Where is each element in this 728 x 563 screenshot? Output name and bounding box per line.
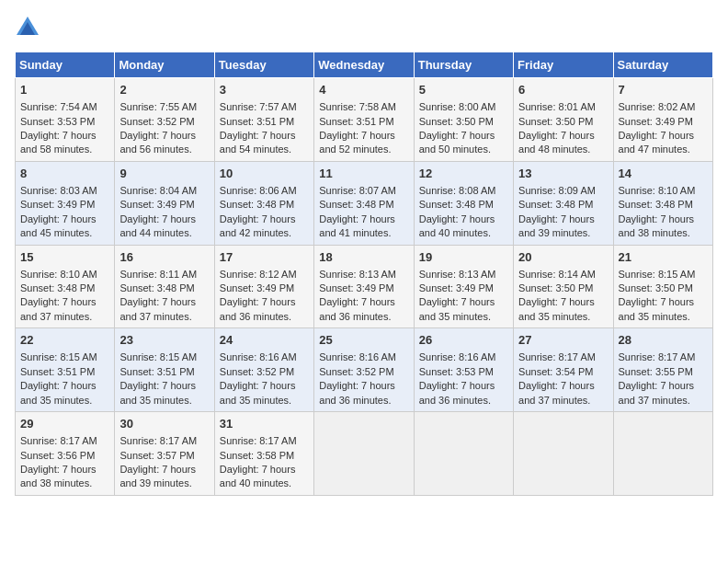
col-sunday: Sunday bbox=[16, 52, 115, 78]
page-header bbox=[15, 15, 713, 40]
sunset-text: Sunset: 3:50 PM bbox=[619, 282, 693, 293]
sunset-text: Sunset: 3:50 PM bbox=[518, 282, 593, 293]
day-number: 24 bbox=[220, 332, 309, 349]
sunset-text: Sunset: 3:48 PM bbox=[619, 199, 693, 210]
sunset-text: Sunset: 3:52 PM bbox=[119, 116, 194, 127]
sunset-text: Sunset: 3:51 PM bbox=[319, 116, 393, 127]
table-row: 13Sunrise: 8:09 AMSunset: 3:48 PMDayligh… bbox=[514, 161, 613, 245]
sunset-text: Sunset: 3:54 PM bbox=[518, 366, 593, 377]
sunrise-text: Sunrise: 8:16 AM bbox=[419, 351, 496, 362]
table-row: 18Sunrise: 8:13 AMSunset: 3:49 PMDayligh… bbox=[314, 245, 414, 328]
day-number: 16 bbox=[119, 249, 209, 266]
table-row: 23Sunrise: 8:15 AMSunset: 3:51 PMDayligh… bbox=[115, 328, 214, 412]
sunset-text: Sunset: 3:49 PM bbox=[220, 282, 294, 293]
calendar-table: Sunday Monday Tuesday Wednesday Thursday… bbox=[15, 52, 713, 496]
day-number: 11 bbox=[319, 166, 408, 182]
table-row: 3Sunrise: 7:57 AMSunset: 3:51 PMDaylight… bbox=[214, 78, 313, 162]
sunset-text: Sunset: 3:49 PM bbox=[619, 116, 693, 127]
table-row: 8Sunrise: 8:03 AMSunset: 3:49 PMDaylight… bbox=[16, 161, 115, 245]
daylight-text: Daylight: 7 hours and 37 minutes. bbox=[20, 296, 97, 321]
daylight-text: Daylight: 7 hours and 35 minutes. bbox=[20, 380, 97, 405]
table-row: 24Sunrise: 8:16 AMSunset: 3:52 PMDayligh… bbox=[214, 328, 313, 412]
table-row: 9Sunrise: 8:04 AMSunset: 3:49 PMDaylight… bbox=[115, 161, 214, 245]
sunset-text: Sunset: 3:52 PM bbox=[220, 366, 294, 377]
sunrise-text: Sunrise: 8:04 AM bbox=[119, 185, 197, 196]
day-number: 21 bbox=[619, 249, 708, 266]
sunset-text: Sunset: 3:49 PM bbox=[419, 282, 494, 293]
table-row: 5Sunrise: 8:00 AMSunset: 3:50 PMDaylight… bbox=[414, 78, 513, 162]
sunrise-text: Sunrise: 8:10 AM bbox=[20, 269, 97, 280]
table-row: 17Sunrise: 8:12 AMSunset: 3:49 PMDayligh… bbox=[214, 245, 313, 328]
daylight-text: Daylight: 7 hours and 56 minutes. bbox=[119, 130, 196, 155]
table-row: 15Sunrise: 8:10 AMSunset: 3:48 PMDayligh… bbox=[16, 245, 115, 328]
day-number: 19 bbox=[419, 249, 508, 266]
sunset-text: Sunset: 3:55 PM bbox=[619, 366, 693, 377]
sunrise-text: Sunrise: 8:12 AM bbox=[220, 269, 297, 280]
daylight-text: Daylight: 7 hours and 35 minutes. bbox=[619, 296, 695, 321]
sunrise-text: Sunrise: 8:10 AM bbox=[619, 185, 696, 196]
sunset-text: Sunset: 3:48 PM bbox=[20, 282, 95, 293]
sunrise-text: Sunrise: 8:13 AM bbox=[419, 269, 496, 280]
sunrise-text: Sunrise: 8:07 AM bbox=[319, 185, 396, 196]
sunset-text: Sunset: 3:48 PM bbox=[319, 199, 393, 210]
daylight-text: Daylight: 7 hours and 36 minutes. bbox=[419, 380, 495, 405]
sunrise-text: Sunrise: 8:16 AM bbox=[319, 351, 396, 362]
sunrise-text: Sunrise: 7:57 AM bbox=[220, 101, 297, 112]
day-number: 1 bbox=[20, 82, 109, 98]
day-number: 29 bbox=[20, 416, 109, 432]
table-row bbox=[514, 412, 613, 496]
sunset-text: Sunset: 3:48 PM bbox=[220, 199, 294, 210]
table-row: 11Sunrise: 8:07 AMSunset: 3:48 PMDayligh… bbox=[314, 161, 414, 245]
sunrise-text: Sunrise: 8:11 AM bbox=[119, 269, 197, 280]
sunrise-text: Sunrise: 8:02 AM bbox=[619, 101, 696, 112]
sunrise-text: Sunrise: 8:03 AM bbox=[20, 185, 97, 196]
day-number: 15 bbox=[20, 249, 109, 266]
day-number: 4 bbox=[319, 82, 408, 98]
sunrise-text: Sunrise: 8:14 AM bbox=[518, 269, 596, 280]
daylight-text: Daylight: 7 hours and 38 minutes. bbox=[20, 464, 97, 488]
table-row bbox=[414, 412, 513, 496]
day-number: 13 bbox=[518, 166, 608, 182]
table-row: 12Sunrise: 8:08 AMSunset: 3:48 PMDayligh… bbox=[414, 161, 513, 245]
col-tuesday: Tuesday bbox=[214, 52, 313, 78]
table-row bbox=[314, 412, 414, 496]
sunrise-text: Sunrise: 7:58 AM bbox=[319, 101, 396, 112]
day-number: 12 bbox=[419, 166, 508, 182]
table-row: 10Sunrise: 8:06 AMSunset: 3:48 PMDayligh… bbox=[214, 161, 313, 245]
sunset-text: Sunset: 3:51 PM bbox=[20, 366, 95, 377]
sunset-text: Sunset: 3:48 PM bbox=[518, 199, 593, 210]
col-thursday: Thursday bbox=[414, 52, 513, 78]
col-friday: Friday bbox=[514, 52, 613, 78]
day-number: 6 bbox=[518, 82, 608, 98]
table-row: 22Sunrise: 8:15 AMSunset: 3:51 PMDayligh… bbox=[16, 328, 115, 412]
table-row: 2Sunrise: 7:55 AMSunset: 3:52 PMDaylight… bbox=[115, 78, 214, 162]
table-row: 27Sunrise: 8:17 AMSunset: 3:54 PMDayligh… bbox=[514, 328, 613, 412]
calendar-week-row: 15Sunrise: 8:10 AMSunset: 3:48 PMDayligh… bbox=[16, 245, 713, 328]
daylight-text: Daylight: 7 hours and 36 minutes. bbox=[220, 296, 296, 321]
daylight-text: Daylight: 7 hours and 41 minutes. bbox=[319, 213, 395, 238]
sunrise-text: Sunrise: 8:17 AM bbox=[220, 435, 297, 446]
day-number: 22 bbox=[20, 332, 109, 349]
daylight-text: Daylight: 7 hours and 45 minutes. bbox=[20, 213, 97, 238]
daylight-text: Daylight: 7 hours and 35 minutes. bbox=[518, 296, 595, 321]
table-row: 16Sunrise: 8:11 AMSunset: 3:48 PMDayligh… bbox=[115, 245, 214, 328]
daylight-text: Daylight: 7 hours and 58 minutes. bbox=[20, 130, 97, 155]
daylight-text: Daylight: 7 hours and 38 minutes. bbox=[619, 213, 695, 238]
sunset-text: Sunset: 3:56 PM bbox=[20, 450, 95, 461]
logo bbox=[15, 15, 44, 40]
col-saturday: Saturday bbox=[613, 52, 712, 78]
day-number: 18 bbox=[319, 249, 408, 266]
sunset-text: Sunset: 3:49 PM bbox=[319, 282, 393, 293]
day-number: 9 bbox=[119, 166, 209, 182]
sunset-text: Sunset: 3:50 PM bbox=[419, 116, 494, 127]
day-number: 27 bbox=[518, 332, 608, 349]
daylight-text: Daylight: 7 hours and 39 minutes. bbox=[119, 464, 196, 488]
sunrise-text: Sunrise: 8:17 AM bbox=[619, 351, 696, 362]
calendar-header-row: Sunday Monday Tuesday Wednesday Thursday… bbox=[16, 52, 713, 78]
sunset-text: Sunset: 3:53 PM bbox=[419, 366, 494, 377]
sunrise-text: Sunrise: 8:17 AM bbox=[20, 435, 97, 446]
sunset-text: Sunset: 3:48 PM bbox=[419, 199, 494, 210]
col-monday: Monday bbox=[115, 52, 214, 78]
day-number: 30 bbox=[119, 416, 209, 432]
daylight-text: Daylight: 7 hours and 44 minutes. bbox=[119, 213, 196, 238]
